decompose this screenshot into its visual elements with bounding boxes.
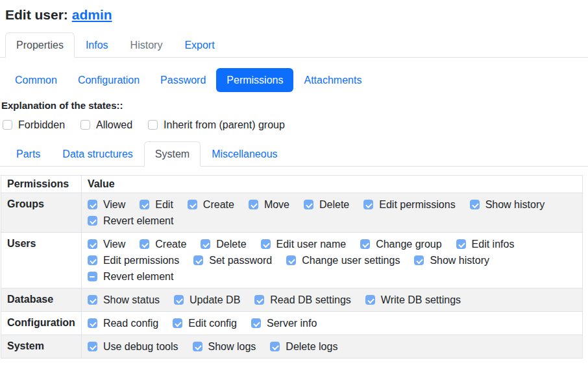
perm-groups-create[interactable]: Create (188, 196, 234, 213)
page-title-text: Edit user: (5, 7, 68, 22)
checkbox-indeterminate-icon[interactable] (88, 272, 97, 281)
state-forbidden[interactable]: Forbidden (3, 117, 65, 133)
main-tabs: PropertiesInfosHistoryExport (0, 32, 588, 58)
checkbox-label: View (103, 237, 125, 251)
tab-permissions[interactable]: Permissions (216, 68, 293, 92)
perm-users-delete[interactable]: Delete (201, 236, 246, 252)
checkbox-checked-icon[interactable] (304, 200, 313, 209)
checkbox-checked-icon[interactable] (251, 318, 261, 328)
checkbox-checked-icon[interactable] (88, 318, 97, 328)
checkbox-checked-icon[interactable] (360, 239, 370, 249)
perm-configuration-server-info[interactable]: Server info (251, 315, 317, 331)
perm-groups-delete[interactable]: Delete (304, 196, 349, 213)
tab-parts[interactable]: Parts (5, 141, 51, 167)
checkbox-label: Allowed (96, 118, 132, 132)
checkbox-checked-icon[interactable] (88, 239, 97, 249)
perm-database-show-status[interactable]: Show status (88, 292, 160, 308)
user-link[interactable]: admin (72, 7, 112, 22)
state-inherit-from-parent-group[interactable]: Inherit from (parent) group (148, 117, 285, 133)
checkbox-label: Delete (216, 237, 246, 251)
checkbox-checked-icon[interactable] (363, 200, 373, 209)
tab-system[interactable]: System (144, 141, 201, 167)
checkbox-checked-icon[interactable] (456, 239, 466, 249)
checkbox-checked-icon[interactable] (173, 318, 182, 328)
perm-users-create[interactable]: Create (140, 236, 186, 252)
checkbox-checked-icon[interactable] (88, 342, 97, 351)
perm-groups-show-history[interactable]: Show history (470, 196, 545, 213)
checkbox-checked-icon[interactable] (88, 255, 97, 265)
perm-configuration-edit-config[interactable]: Edit config (173, 315, 237, 331)
perm-users-edit-infos[interactable]: Edit infos (456, 236, 515, 252)
checkbox-checked-icon[interactable] (140, 239, 149, 249)
tab-infos[interactable]: Infos (75, 32, 119, 58)
state-allowed[interactable]: Allowed (80, 117, 132, 133)
nav-item: Data structures (51, 141, 143, 166)
checkbox-checked-icon[interactable] (193, 342, 202, 351)
checkbox-checked-icon[interactable] (188, 200, 197, 209)
checkbox-checked-icon[interactable] (414, 255, 424, 265)
checkbox-checked-icon[interactable] (270, 342, 280, 351)
checkbox-checked-icon[interactable] (88, 200, 97, 209)
perm-groups-move[interactable]: Move (249, 196, 289, 213)
checkbox-checked-icon[interactable] (174, 295, 184, 305)
row-label: System (1, 335, 82, 359)
perm-database-read-db-settings[interactable]: Read DB settings (254, 292, 351, 308)
checkbox-checked-icon[interactable] (193, 255, 203, 265)
checkbox-unchecked-icon[interactable] (80, 120, 90, 130)
tab-password[interactable]: Password (150, 68, 216, 92)
checkbox-unchecked-icon[interactable] (148, 120, 158, 130)
row-label: Groups (1, 193, 82, 233)
nav-item: Configuration (67, 68, 150, 92)
perm-database-update-db[interactable]: Update DB (174, 292, 240, 308)
perm-users-change-user-settings[interactable]: Change user settings (286, 252, 400, 268)
tab-attachments[interactable]: Attachments (293, 68, 372, 92)
tab-export[interactable]: Export (173, 32, 225, 58)
checkbox-checked-icon[interactable] (140, 200, 149, 209)
checkbox-label: Edit infos (472, 237, 515, 251)
perm-users-show-history[interactable]: Show history (414, 252, 489, 268)
perm-system-show-logs[interactable]: Show logs (193, 338, 256, 355)
tab-configuration[interactable]: Configuration (67, 68, 150, 92)
perm-database-write-db-settings[interactable]: Write DB settings (365, 292, 461, 308)
checkbox-checked-icon[interactable] (201, 239, 210, 249)
checkbox-checked-icon[interactable] (470, 200, 480, 209)
checkbox-checked-icon[interactable] (254, 295, 264, 305)
tab-properties[interactable]: Properties (5, 32, 75, 58)
perm-groups-revert-element[interactable]: Revert element (88, 213, 174, 229)
checkbox-checked-icon[interactable] (88, 216, 97, 226)
checkbox-checked-icon[interactable] (261, 239, 271, 249)
checkbox-label: Read DB settings (270, 293, 351, 307)
perm-groups-edit[interactable]: Edit (140, 196, 173, 213)
perm-configuration-read-config[interactable]: Read config (88, 315, 158, 331)
perm-groups-edit-permissions[interactable]: Edit permissions (363, 196, 455, 213)
perm-users-change-group[interactable]: Change group (360, 236, 441, 252)
checkbox-checked-icon[interactable] (365, 295, 375, 305)
page-title: Edit user: admin (5, 7, 583, 23)
row-value-cell: ViewCreateDeleteEdit user nameChange gro… (81, 233, 582, 288)
checkbox-label: Show logs (208, 340, 256, 353)
nav-item: Export (173, 32, 225, 57)
tab-miscellaneous[interactable]: Miscellaneous (201, 141, 288, 167)
perm-users-view[interactable]: View (88, 236, 125, 252)
perm-users-revert-element[interactable]: Revert element (88, 268, 174, 285)
perm-system-delete-logs[interactable]: Delete logs (270, 338, 337, 355)
checkbox-checked-icon[interactable] (286, 255, 296, 265)
checkbox-label: Forbidden (18, 118, 65, 132)
perm-groups-view[interactable]: View (88, 196, 125, 213)
checkbox-label: View (103, 198, 125, 211)
checkbox-checked-icon[interactable] (249, 200, 258, 209)
perm-users-edit-user-name[interactable]: Edit user name (261, 236, 347, 252)
tab-common[interactable]: Common (5, 68, 67, 92)
perm-users-edit-permissions[interactable]: Edit permissions (88, 252, 179, 268)
checkbox-label: Delete logs (286, 340, 337, 353)
nav-item: Permissions (216, 68, 293, 92)
checkbox-checked-icon[interactable] (88, 295, 97, 305)
checkbox-label: Update DB (190, 293, 240, 307)
nav-item: Parts (5, 141, 51, 166)
sub-tabs: CommonConfigurationPasswordPermissionsAt… (0, 68, 588, 92)
tab-data-structures[interactable]: Data structures (51, 141, 143, 167)
table-row-users: UsersViewCreateDeleteEdit user nameChang… (1, 233, 583, 288)
checkbox-unchecked-icon[interactable] (3, 120, 12, 130)
perm-system-use-debug-tools[interactable]: Use debug tools (88, 338, 178, 355)
perm-users-set-password[interactable]: Set password (193, 252, 272, 268)
